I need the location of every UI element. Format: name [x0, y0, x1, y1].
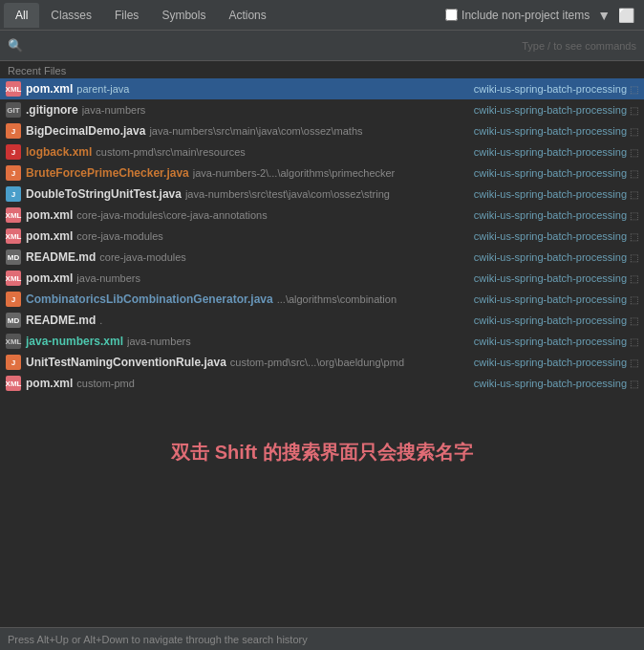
file-row[interactable]: XMLjava-numbers.xml java-numberscwiki-us…	[0, 331, 644, 352]
file-name: pom.xml	[26, 271, 73, 285]
file-extra: parent-java	[76, 83, 465, 95]
include-non-project-text: Include non-project items	[462, 9, 590, 22]
file-path: java-numbers-2\...\algorithms\primecheck…	[193, 167, 466, 179]
include-non-project-label[interactable]: Include non-project items	[445, 9, 590, 22]
file-row[interactable]: XMLpom.xml java-numberscwiki-us-spring-b…	[0, 268, 644, 289]
file-name: pom.xml	[26, 377, 73, 390]
file-name: pom.xml	[26, 82, 73, 96]
file-icon: MD	[6, 249, 21, 265]
project-icon[interactable]: ⬚	[630, 147, 638, 158]
file-project: cwiki-us-spring-batch-processing	[466, 272, 627, 284]
project-icon[interactable]: ⬚	[630, 189, 638, 200]
search-bar: 🔍 Type / to see commands	[0, 31, 644, 61]
tab-bar: All Classes Files Symbols Actions Includ…	[0, 0, 644, 31]
bottom-hint: Press Alt+Up or Alt+Down to navigate thr…	[8, 634, 308, 645]
project-icon[interactable]: ⬚	[630, 252, 638, 263]
main-content: Recent Files XMLpom.xml parent-javacwiki…	[0, 61, 644, 627]
tab-actions[interactable]: Actions	[217, 3, 277, 28]
file-project: cwiki-us-spring-batch-processing	[466, 230, 627, 242]
file-project: cwiki-us-spring-batch-processing	[466, 125, 627, 137]
file-row[interactable]: XMLpom.xml parent-javacwiki-us-spring-ba…	[0, 78, 644, 99]
bottom-bar: Press Alt+Up or Alt+Down to navigate thr…	[0, 627, 644, 650]
file-list: XMLpom.xml parent-javacwiki-us-spring-ba…	[0, 78, 644, 394]
file-path: java-numbers	[76, 272, 465, 284]
file-name: pom.xml	[26, 229, 73, 243]
file-name: README.md	[26, 250, 96, 264]
annotation-area: 双击 Shift 的搜索界面只会搜索名字	[0, 394, 644, 510]
project-icon[interactable]: ⬚	[630, 84, 638, 95]
file-icon: J	[6, 186, 21, 202]
file-path: custom-pmd\src\main\resources	[96, 146, 465, 158]
file-row[interactable]: JUnitTestNamingConventionRule.java custo…	[0, 352, 644, 373]
section-label: Recent Files	[0, 61, 644, 78]
file-project: cwiki-us-spring-batch-processing	[466, 146, 627, 158]
file-row[interactable]: XMLpom.xml core-java-modules\core-java-a…	[0, 205, 644, 226]
file-project: cwiki-us-spring-batch-processing	[466, 167, 627, 179]
file-row[interactable]: XMLpom.xml core-java-modulescwiki-us-spr…	[0, 226, 644, 247]
file-extra: java-numbers	[82, 104, 466, 116]
tab-symbols[interactable]: Symbols	[150, 3, 217, 28]
include-non-project-checkbox[interactable]	[445, 9, 458, 21]
file-name: README.md	[26, 314, 96, 327]
file-icon: XML	[6, 334, 21, 349]
file-path: core-java-modules	[99, 251, 465, 263]
file-project: cwiki-us-spring-batch-processing	[466, 251, 627, 263]
tab-classes[interactable]: Classes	[39, 3, 103, 28]
file-row[interactable]: JDoubleToStringUnitTest.java java-number…	[0, 184, 644, 205]
file-path: java-numbers\src\main\java\com\ossez\mat…	[149, 125, 465, 137]
file-project: cwiki-us-spring-batch-processing	[466, 314, 627, 326]
file-row[interactable]: JCombinatoricsLibCombinationGenerator.ja…	[0, 289, 644, 310]
file-path: custom-pmd	[76, 378, 465, 389]
file-row[interactable]: XMLpom.xml custom-pmdcwiki-us-spring-bat…	[0, 373, 644, 394]
file-path: java-numbers\src\test\java\com\ossez\str…	[185, 188, 466, 200]
spacer-area	[0, 510, 644, 627]
file-icon: J	[6, 165, 21, 181]
file-row[interactable]: GIT.gitignore java-numberscwiki-us-sprin…	[0, 99, 644, 120]
file-project: cwiki-us-spring-batch-processing	[466, 209, 627, 221]
file-path: ...\algorithms\combination	[277, 293, 466, 305]
project-icon[interactable]: ⬚	[630, 168, 638, 179]
project-icon[interactable]: ⬚	[630, 231, 638, 242]
search-input[interactable]	[29, 39, 516, 53]
project-icon[interactable]: ⬚	[630, 379, 638, 389]
file-icon: XML	[6, 271, 21, 286]
annotation-text: 双击 Shift 的搜索界面只会搜索名字	[171, 440, 473, 466]
file-name: CombinatoricsLibCombinationGenerator.jav…	[26, 292, 273, 306]
file-path: core-java-modules\core-java-annotations	[76, 209, 465, 221]
file-row[interactable]: Jlogback.xml custom-pmd\src\main\resourc…	[0, 141, 644, 162]
file-project: cwiki-us-spring-batch-processing	[466, 357, 627, 368]
file-name: BigDecimalDemo.java	[26, 124, 145, 138]
file-row[interactable]: JBruteForcePrimeChecker.java java-number…	[0, 162, 644, 184]
file-icon: XML	[6, 228, 21, 244]
file-name: java-numbers.xml	[26, 335, 123, 348]
file-row[interactable]: MDREADME.md core-java-modulescwiki-us-sp…	[0, 247, 644, 268]
layout-icon[interactable]: ⬜	[618, 8, 634, 23]
file-icon: J	[6, 123, 21, 139]
project-icon[interactable]: ⬚	[630, 273, 638, 284]
project-icon[interactable]: ⬚	[630, 336, 638, 347]
project-icon[interactable]: ⬚	[630, 315, 638, 326]
file-icon: XML	[6, 207, 21, 223]
file-path: core-java-modules	[76, 230, 465, 242]
file-icon: MD	[6, 313, 21, 328]
file-icon: J	[6, 144, 21, 160]
tab-files[interactable]: Files	[103, 3, 150, 28]
file-project: cwiki-us-spring-batch-processing	[466, 378, 627, 389]
project-icon[interactable]: ⬚	[630, 294, 638, 305]
file-icon: J	[6, 292, 21, 307]
file-row[interactable]: JBigDecimalDemo.java java-numbers\src\ma…	[0, 120, 644, 141]
file-name: DoubleToStringUnitTest.java	[26, 187, 182, 201]
file-name: UnitTestNamingConventionRule.java	[26, 356, 226, 369]
file-project: cwiki-us-spring-batch-processing	[466, 336, 627, 347]
project-icon[interactable]: ⬚	[630, 210, 638, 221]
file-project: cwiki-us-spring-batch-processing	[466, 293, 627, 305]
filter-icon[interactable]: ▼	[597, 8, 611, 23]
file-icon: XML	[6, 376, 21, 391]
file-icon: XML	[6, 81, 21, 97]
file-row[interactable]: MDREADME.md .cwiki-us-spring-batch-proce…	[0, 310, 644, 331]
file-name: pom.xml	[26, 208, 73, 222]
project-icon[interactable]: ⬚	[630, 105, 638, 116]
project-icon[interactable]: ⬚	[630, 358, 638, 368]
tab-all[interactable]: All	[4, 3, 39, 28]
project-icon[interactable]: ⬚	[630, 126, 638, 137]
